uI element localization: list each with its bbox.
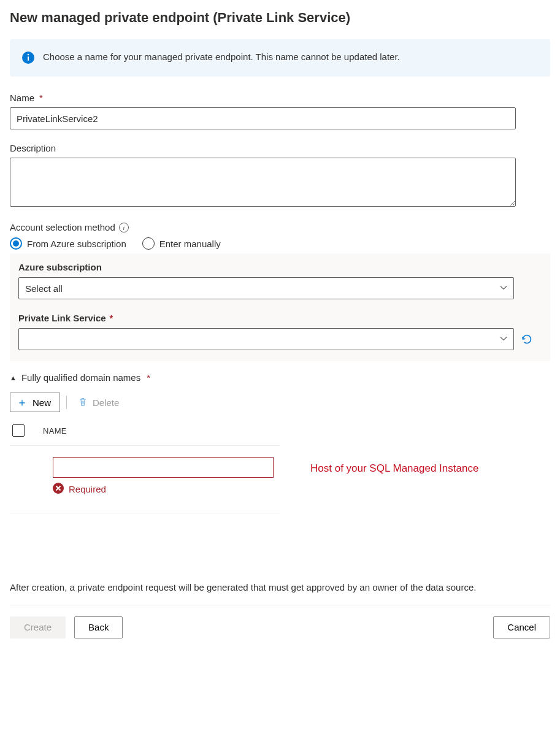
- delete-button: Delete: [73, 393, 124, 412]
- create-button: Create: [10, 616, 66, 638]
- footer-note: After creation, a private endpoint reque…: [10, 581, 550, 605]
- page-title: New managed private endpoint (Private Li…: [10, 10, 550, 26]
- chevron-down-icon: [500, 284, 507, 293]
- azure-subscription-select[interactable]: Select all: [18, 277, 514, 299]
- chevron-down-icon: [500, 335, 507, 344]
- fqdn-name-input[interactable]: [53, 457, 274, 478]
- svg-rect-1: [28, 56, 29, 61]
- name-label: Name*: [10, 93, 550, 103]
- toolbar-divider: [66, 396, 67, 409]
- private-link-service-select[interactable]: [18, 328, 514, 350]
- trash-icon: [78, 397, 88, 408]
- account-method-label: Account selection method i: [10, 222, 550, 232]
- info-circle-icon[interactable]: i: [119, 223, 129, 232]
- svg-point-2: [28, 54, 29, 56]
- triangle-down-icon: ▲: [10, 374, 17, 381]
- new-button[interactable]: ＋ New: [10, 393, 60, 412]
- name-input[interactable]: [10, 107, 516, 129]
- description-textarea[interactable]: [10, 158, 516, 207]
- refresh-button[interactable]: [520, 332, 534, 346]
- plus-icon: ＋: [17, 397, 28, 408]
- radio-from-subscription[interactable]: From Azure subscription: [10, 237, 126, 250]
- fqdn-table: NAME Required: [10, 421, 280, 513]
- cancel-button[interactable]: Cancel: [493, 616, 550, 638]
- info-icon: [22, 52, 34, 66]
- column-header-name: NAME: [43, 426, 67, 435]
- radio-enter-manually[interactable]: Enter manually: [142, 237, 221, 250]
- description-label: Description: [10, 143, 550, 153]
- table-row: Required: [10, 446, 280, 513]
- select-all-checkbox[interactable]: [12, 424, 25, 437]
- annotation-text: Host of your SQL Managed Instance: [310, 462, 478, 475]
- info-message: Choose a name for your managed private e…: [43, 50, 400, 64]
- azure-subscription-label: Azure subscription: [18, 262, 542, 272]
- info-banner: Choose a name for your managed private e…: [10, 39, 550, 77]
- back-button[interactable]: Back: [74, 616, 123, 638]
- error-icon: [53, 483, 64, 496]
- fqdn-section-toggle[interactable]: ▲ Fully qualified domain names*: [10, 372, 550, 383]
- error-message: Required: [69, 484, 106, 494]
- subscription-panel: Azure subscription Select all Private Li…: [10, 253, 550, 361]
- pls-label: Private Link Service*: [18, 313, 542, 323]
